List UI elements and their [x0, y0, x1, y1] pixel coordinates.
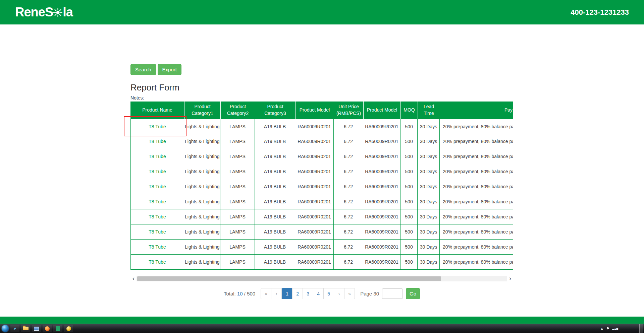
taskbar-app-icon-explorer[interactable]: [21, 325, 30, 332]
product-name-link[interactable]: T8 Tube: [130, 255, 184, 270]
table-cell: A19 BULB: [255, 134, 295, 149]
taskbar-app-icon-green-app[interactable]: [53, 325, 62, 332]
product-name-link[interactable]: T8 Tube: [130, 224, 184, 240]
table-cell: 20% prepayment, 80% balance pa: [440, 255, 513, 270]
table-cell: LAMPS: [220, 224, 255, 240]
system-tray: ▲ ⚑ ▂▄▆: [600, 324, 644, 333]
table-cell: LAMPS: [220, 164, 255, 179]
total-separator: /: [244, 291, 246, 296]
product-name-link[interactable]: T8 Tube: [130, 194, 184, 209]
column-header-3: Product Category2: [220, 102, 255, 119]
product-name-link[interactable]: T8 Tube: [130, 134, 184, 149]
taskbar-app-icon-browser[interactable]: e: [10, 325, 19, 332]
first-page-button[interactable]: «: [261, 288, 271, 299]
go-button[interactable]: Go: [406, 288, 420, 299]
table-cell: 20% prepayment, 80% balance pa: [440, 119, 513, 134]
table-cell: LAMPS: [220, 179, 255, 194]
product-name-link[interactable]: T8 Tube: [130, 240, 184, 255]
page-button-5[interactable]: 5: [323, 288, 334, 299]
page-button-4[interactable]: 4: [313, 288, 324, 299]
main-content: Search Export Report Form Notes: Product…: [130, 64, 513, 299]
taskbar-clock[interactable]: [621, 324, 637, 333]
table-row: T8 TubeLights & LightingLAMPSA19 BULBRA6…: [130, 179, 513, 194]
column-header-10: Pay: [440, 102, 513, 119]
footer-strip: [0, 317, 644, 324]
table-cell: 20% prepayment, 80% balance pa: [440, 240, 513, 255]
product-name-link[interactable]: T8 Tube: [130, 209, 184, 224]
page-jump-label: Page 30: [360, 291, 379, 296]
table-row: T8 TubeLights & LightingLAMPSA19 BULBRA6…: [130, 224, 513, 240]
folder-icon: [23, 327, 29, 330]
table-cell: RA60009R0201: [363, 255, 400, 270]
table-cell: 20% prepayment, 80% balance pa: [440, 149, 513, 164]
scrollbar-thumb[interactable]: [137, 276, 441, 281]
table-cell: 20% prepayment, 80% balance pa: [440, 194, 513, 209]
notes-label: Notes:: [130, 95, 513, 101]
table-cell: RA60009R0201: [363, 119, 400, 134]
horizontal-scrollbar[interactable]: ‹ ›: [130, 276, 513, 281]
page-button-3[interactable]: 3: [303, 288, 313, 299]
table-cell: A19 BULB: [255, 209, 295, 224]
scroll-right-arrow-icon[interactable]: ›: [507, 276, 513, 281]
table-cell: A19 BULB: [255, 149, 295, 164]
table-cell: A19 BULB: [255, 240, 295, 255]
logo-text-suffix: la: [63, 5, 73, 19]
product-name-link[interactable]: T8 Tube: [130, 179, 184, 194]
page-button-1[interactable]: 1: [282, 288, 292, 299]
total-current-link[interactable]: 10: [237, 291, 243, 296]
table-cell: Lights & Lighting: [184, 255, 220, 270]
action-center-flag-icon[interactable]: ⚑: [606, 326, 609, 331]
next-page-button[interactable]: ›: [334, 288, 344, 299]
table-cell: 20% prepayment, 80% balance pa: [440, 179, 513, 194]
table-cell: RA60009R0201: [295, 134, 334, 149]
page-title: Report Form: [130, 82, 513, 92]
table-row: T8 TubeLights & LightingLAMPSA19 BULBRA6…: [130, 255, 513, 270]
search-button[interactable]: Search: [130, 64, 156, 75]
tray-expand-icon[interactable]: ▲: [600, 327, 603, 330]
table-cell: 500: [400, 164, 418, 179]
table-cell: Lights & Lighting: [184, 119, 220, 134]
table-cell: RA60009R0201: [295, 149, 334, 164]
taskbar-app-icon-window[interactable]: [32, 325, 41, 332]
table-cell: 30 Days: [418, 194, 440, 209]
table-cell: 6.72: [334, 224, 363, 240]
table-header-row: Product NameProduct Category1Product Cat…: [130, 102, 513, 119]
column-header-9: Lead Time: [418, 102, 440, 119]
table-cell: RA60009R0201: [295, 224, 334, 240]
scrollbar-track[interactable]: [137, 276, 507, 281]
show-desktop-button[interactable]: [639, 324, 643, 333]
support-phone: 400-123-1231233: [571, 8, 629, 17]
last-page-button[interactable]: »: [344, 288, 355, 299]
pager: « ‹ 12345 › »: [261, 288, 355, 299]
product-name-link[interactable]: T8 Tube: [130, 149, 184, 164]
table-cell: RA60009R0201: [363, 134, 400, 149]
prev-page-button[interactable]: ‹: [271, 288, 282, 299]
total-overall: 500: [247, 291, 255, 296]
table-cell: Lights & Lighting: [184, 179, 220, 194]
table-cell: LAMPS: [220, 134, 255, 149]
table-cell: A19 BULB: [255, 164, 295, 179]
page-jump-input[interactable]: [382, 288, 403, 299]
export-button[interactable]: Export: [158, 64, 181, 75]
page-button-2[interactable]: 2: [292, 288, 303, 299]
taskbar-app-icon-firefox[interactable]: [43, 325, 52, 332]
table-cell: RA60009R0201: [363, 194, 400, 209]
network-signal-icon[interactable]: ▂▄▆: [612, 327, 619, 330]
column-header-8: MOQ: [400, 102, 418, 119]
table-cell: LAMPS: [220, 255, 255, 270]
product-name-link[interactable]: T8 Tube: [130, 164, 184, 179]
table-cell: 30 Days: [418, 209, 440, 224]
table-cell: LAMPS: [220, 119, 255, 134]
table-cell: Lights & Lighting: [184, 164, 220, 179]
table-cell: A19 BULB: [255, 224, 295, 240]
logo-text-prefix: ReneS: [15, 5, 53, 19]
start-button[interactable]: [2, 325, 9, 332]
scroll-left-arrow-icon[interactable]: ‹: [130, 276, 137, 281]
product-name-link[interactable]: T8 Tube: [130, 119, 184, 134]
table-cell: RA60009R0201: [295, 240, 334, 255]
table-cell: RA60009R0201: [363, 209, 400, 224]
taskbar-app-icon-amber-app[interactable]: [64, 325, 73, 332]
table-cell: 30 Days: [418, 119, 440, 134]
column-header-2: Product Category1: [184, 102, 220, 119]
table-cell: RA60009R0201: [295, 179, 334, 194]
